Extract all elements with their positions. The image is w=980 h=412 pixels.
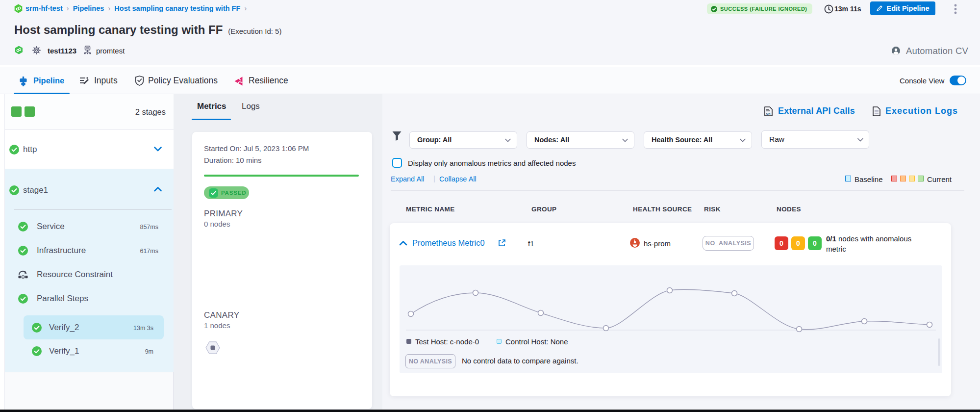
svg-text:API: API [766, 112, 771, 115]
